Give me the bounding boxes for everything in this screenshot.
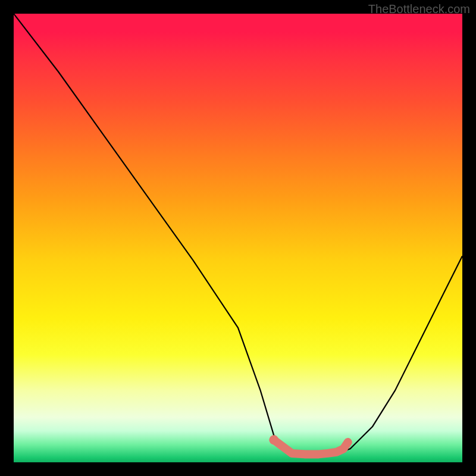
highlight-point <box>269 435 278 444</box>
highlight-segment <box>274 440 347 454</box>
plot-area <box>14 14 462 462</box>
chart-svg <box>14 14 462 462</box>
watermark-text: TheBottleneck.com <box>368 2 470 16</box>
bottleneck-curve <box>14 14 462 453</box>
